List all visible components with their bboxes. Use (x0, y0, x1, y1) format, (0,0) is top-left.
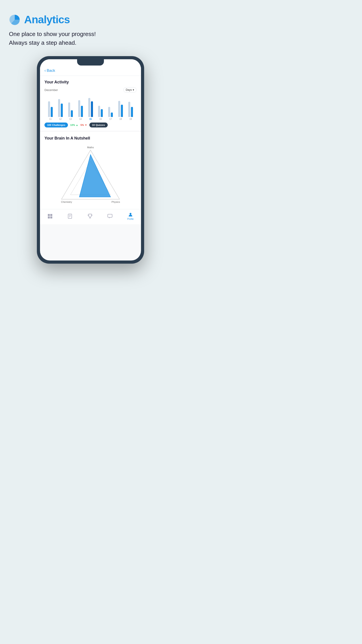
quizzes-badge: 10Quizzes (89, 122, 108, 128)
header-section: Analytics One place to show your progres… (9, 14, 172, 47)
profile-icon (128, 212, 133, 217)
bar-fill (61, 104, 63, 117)
bar-bg (118, 101, 120, 117)
bar-bg (78, 100, 80, 117)
svg-rect-8 (50, 214, 52, 216)
bar-label: 11 (49, 118, 52, 120)
profile-nav-label: Profile (127, 218, 134, 220)
physics-label: Physics (111, 200, 120, 203)
home-icon (47, 214, 53, 219)
screen-content: ‹ Back Your Activity December Days ▾ (40, 59, 141, 224)
bar-bg (128, 102, 130, 117)
page-wrapper: Analytics One place to show your progres… (0, 0, 181, 272)
subtitle: One place to show your progress! Always … (9, 30, 172, 47)
page-title: Analytics (24, 14, 70, 26)
arrow-down-icon: ▼ (85, 124, 87, 126)
bar-label: 13 (69, 118, 72, 120)
bar-group-14: 14 (75, 97, 86, 120)
nav-item-profile[interactable]: Profile (127, 212, 134, 220)
percent-up: 10% ▲ (70, 124, 78, 126)
bar-group-18: 18 (115, 97, 126, 120)
challenges-count: 100 (47, 124, 51, 126)
bar-bg (68, 102, 70, 117)
days-dropdown[interactable]: Days ▾ (123, 87, 137, 92)
activity-section: Your Activity December Days ▾ (40, 76, 141, 130)
svg-rect-7 (48, 214, 50, 216)
bar-group-11: 11 (45, 97, 55, 120)
bar-bg (108, 107, 110, 117)
bar-label: 19 (129, 118, 132, 120)
challenges-badge: 100Challenges (44, 122, 68, 128)
bar-group-17: 17 (105, 97, 115, 120)
brain-title: Your Brain In A Nutshell (44, 136, 137, 141)
bar-label: 14 (79, 118, 82, 120)
bar-bg (48, 101, 50, 117)
quizzes-label: Quizzes (96, 124, 105, 126)
bar-fill (71, 110, 73, 117)
phone-screen: ‹ Back Your Activity December Days ▾ (40, 59, 141, 260)
back-chevron-icon: ‹ (44, 68, 46, 73)
bar-fill (121, 105, 123, 117)
bar-fill (81, 106, 83, 117)
bar-group-15: 15 (86, 97, 96, 120)
bar-bg (58, 99, 60, 117)
title-row: Analytics (9, 14, 172, 26)
nav-item-home[interactable] (47, 214, 53, 219)
trophy-icon (87, 214, 93, 219)
svg-rect-9 (48, 216, 50, 218)
stats-row: 100Challenges 10% ▲ 5% ▼ 10Qui (44, 122, 137, 128)
bar-fill (111, 112, 113, 117)
bar-fill (101, 109, 103, 117)
svg-point-18 (130, 213, 131, 215)
arrow-up-icon: ▲ (76, 124, 78, 126)
bar-group-12: 12 (55, 97, 65, 120)
back-label: Back (47, 68, 55, 73)
bar-fill (131, 107, 133, 117)
brain-section: Your Brain In A Nutshell (40, 132, 141, 209)
nav-item-chat[interactable] (107, 214, 113, 219)
book-icon (67, 214, 73, 219)
nav-item-trophy[interactable] (87, 214, 93, 219)
nav-item-lessons[interactable] (67, 214, 73, 219)
challenges-label: Challenges (52, 124, 65, 126)
phone-container: ‹ Back Your Activity December Days ▾ (9, 56, 172, 264)
activity-header: December Days ▾ (44, 87, 137, 92)
bar-label: 12 (59, 118, 62, 120)
percent-down: 5% ▼ (80, 124, 87, 126)
bar-fill-active (91, 101, 93, 117)
activity-title: Your Activity (44, 80, 137, 84)
analytics-icon (9, 14, 20, 26)
bar-bg (98, 106, 100, 117)
phone-frame: ‹ Back Your Activity December Days ▾ (37, 56, 144, 264)
maths-label: Maths (87, 146, 94, 149)
days-label: Days (126, 88, 132, 92)
bar-label: 18 (119, 118, 122, 120)
chat-icon (107, 214, 113, 219)
bar-label-active: 15 (89, 118, 92, 120)
radar-svg: Maths Chemistry Physics (57, 146, 124, 204)
phone-notch (77, 59, 104, 66)
svg-rect-10 (50, 216, 52, 218)
svg-rect-11 (68, 214, 72, 218)
bar-label: 17 (109, 118, 112, 120)
bar-group-16: 16 (95, 97, 105, 120)
bar-bg (88, 98, 90, 117)
bar-chart: 11 12 (44, 96, 137, 120)
dropdown-chevron-icon: ▾ (133, 88, 134, 92)
bar-group-13: 13 (65, 97, 75, 120)
svg-rect-17 (108, 214, 112, 217)
radar-chart: Maths Chemistry Physics (44, 143, 137, 206)
back-button[interactable]: ‹ Back (44, 68, 137, 73)
bar-group-19: 19 (126, 97, 136, 120)
bar-fill (51, 107, 53, 117)
bottom-nav: Profile (40, 209, 141, 224)
quizzes-count: 10 (92, 124, 95, 126)
bar-label: 16 (99, 118, 102, 120)
month-label: December (44, 88, 58, 92)
chemistry-label: Chemistry (61, 200, 72, 203)
